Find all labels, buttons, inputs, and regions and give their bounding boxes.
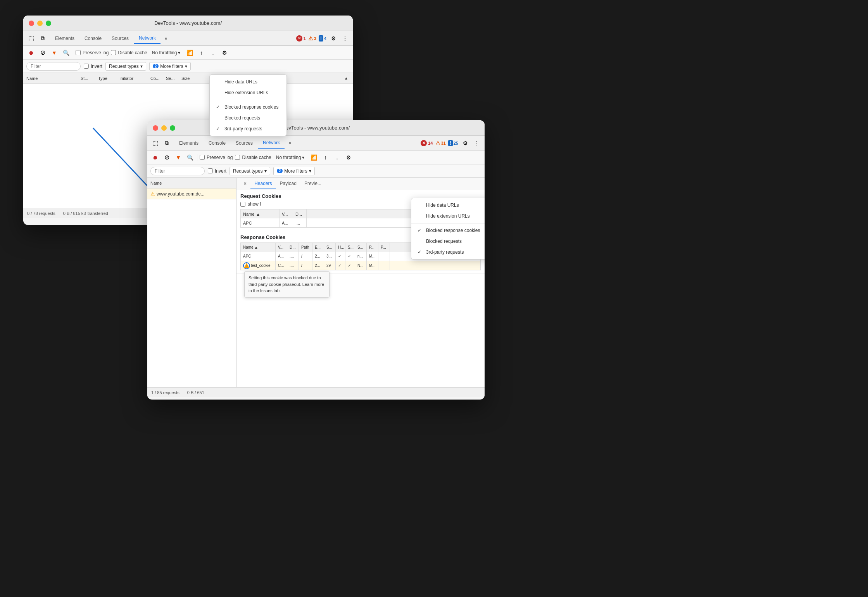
maximize-button-1[interactable] xyxy=(46,21,51,26)
dropdown-item-blocked-resp-1[interactable]: ✓ Blocked response cookies xyxy=(210,102,286,112)
name-list-panel: Name ⚠ www.youtube.com;dc... xyxy=(147,178,236,387)
settings-icon-1[interactable]: ⚙ xyxy=(329,34,338,43)
sort-arrow-icon: ▲ xyxy=(256,212,260,216)
dropdown-item-3rd-party-2[interactable]: ✓ 3rd-party requests xyxy=(411,247,485,258)
dropdown-item-blocked-resp-2[interactable]: ✓ Blocked response cookies xyxy=(411,225,485,236)
search-icon-2[interactable]: 🔍 xyxy=(185,153,195,162)
close-button-2[interactable] xyxy=(153,125,158,131)
invert-input-2[interactable] xyxy=(208,168,213,173)
titlebar-2: DevTools - www.youtube.com/ xyxy=(147,120,485,136)
close-button-1[interactable] xyxy=(29,21,34,26)
inspect-icon-2[interactable]: ⬚ xyxy=(150,138,160,148)
invert-checkbox-2[interactable]: Invert xyxy=(208,168,226,174)
table-row-1[interactable]: ⚠ www.youtube.com;dc... xyxy=(147,189,236,199)
dropdown-item-3rd-party-1[interactable]: ✓ 3rd-party requests xyxy=(210,123,286,134)
table-header-1: Name St... Type Initiator Co... Se... Si… xyxy=(23,73,353,84)
preserve-log-input-2[interactable] xyxy=(200,155,205,160)
record-btn-2[interactable]: ⏺ xyxy=(150,153,160,162)
disable-cache-input-1[interactable] xyxy=(111,50,116,55)
filter-icon-2[interactable]: ▼ xyxy=(174,153,183,162)
dropdown-item-hide-data-urls-2[interactable]: Hide data URLs xyxy=(411,200,485,211)
device-icon[interactable]: ⧉ xyxy=(38,34,47,43)
filter-input-1[interactable] xyxy=(26,62,81,71)
preserve-log-checkbox-2[interactable]: Preserve log xyxy=(200,155,233,160)
resp-col-path: Path xyxy=(299,243,312,252)
invert-input-1[interactable] xyxy=(84,64,89,69)
resp-cell-v-apc: A... xyxy=(276,252,287,261)
dropdown-item-blocked-req-1[interactable]: Blocked requests xyxy=(210,112,286,123)
more-options-icon-1[interactable]: ⋮ xyxy=(340,34,350,43)
settings-icon-2[interactable]: ⚙ xyxy=(220,48,229,57)
upload-icon-2[interactable]: ↑ xyxy=(321,153,330,162)
badges-2: ✕ 14 ⚠ 31 ! 25 ⚙ ⋮ xyxy=(421,138,481,148)
dropdown-item-hide-data-urls-1[interactable]: Hide data URLs xyxy=(210,76,286,87)
tab-network-2[interactable]: Network xyxy=(258,138,285,149)
clear-btn-2[interactable]: ⊘ xyxy=(162,153,171,162)
col-header-type-1: Type xyxy=(98,76,119,81)
request-types-btn-1[interactable]: Request types ▾ xyxy=(105,62,146,71)
tab-elements-2[interactable]: Elements xyxy=(174,138,203,148)
tab-payload[interactable]: Payload xyxy=(276,178,300,189)
tab-headers[interactable]: Headers xyxy=(250,178,276,189)
search-icon-1[interactable]: 🔍 xyxy=(61,48,71,57)
wifi-icon-1[interactable]: 📶 xyxy=(185,48,194,57)
resp-cookie-row-test[interactable]: test_cookie C... .... / 2... 29 ✓ ✓ N...… xyxy=(240,261,481,270)
close-detail-tab[interactable]: × xyxy=(240,178,250,190)
clear-btn-1[interactable]: ⊘ xyxy=(38,48,47,57)
resp-col-s2: S... xyxy=(345,243,355,252)
invert-checkbox-1[interactable]: Invert xyxy=(84,64,102,69)
throttle-select-1[interactable]: No throttling ▾ xyxy=(150,49,183,56)
wifi-icon-2[interactable]: 📶 xyxy=(309,153,318,162)
record-btn-1[interactable]: ⏺ xyxy=(26,48,36,57)
info-badge-2: ! 25 xyxy=(448,140,458,146)
preserve-log-checkbox-1[interactable]: Preserve log xyxy=(76,50,109,55)
minimize-button-2[interactable] xyxy=(161,125,167,131)
dropdown-item-hide-extension-urls-2[interactable]: Hide extension URLs xyxy=(411,211,485,221)
maximize-button-2[interactable] xyxy=(170,125,175,131)
tab-sources-1[interactable]: Sources xyxy=(107,33,133,43)
tab-console-2[interactable]: Console xyxy=(204,138,230,148)
more-tabs-icon-1[interactable]: » xyxy=(161,34,171,43)
settings-icon-4[interactable]: ⚙ xyxy=(344,153,353,162)
tab-preview[interactable]: Previe... xyxy=(300,178,325,189)
resp-col-e: E... xyxy=(312,243,324,252)
more-filters-badge-1: 2 xyxy=(153,64,159,68)
tab-console-1[interactable]: Console xyxy=(80,33,106,43)
more-options-icon-2[interactable]: ⋮ xyxy=(472,138,481,148)
minimize-button-1[interactable] xyxy=(37,21,43,26)
chevron-down-icon-2: ▾ xyxy=(140,64,143,69)
tab-sources-2[interactable]: Sources xyxy=(231,138,257,148)
tab-network-1[interactable]: Network xyxy=(134,33,160,44)
disable-cache-input-2[interactable] xyxy=(235,155,240,160)
inspect-icon[interactable]: ⬚ xyxy=(26,34,36,43)
resp-col-h: H... xyxy=(336,243,345,252)
chevron-down-icon-3: ▾ xyxy=(185,64,187,69)
filter-icon-1[interactable]: ▼ xyxy=(50,48,59,57)
settings-icon-3[interactable]: ⚙ xyxy=(461,138,470,148)
download-icon-2[interactable]: ↓ xyxy=(332,153,342,162)
disable-cache-checkbox-1[interactable]: Disable cache xyxy=(111,50,147,55)
dropdown-separator-1 xyxy=(210,100,286,100)
info-icon-1: ! xyxy=(319,35,323,42)
disable-cache-checkbox-2[interactable]: Disable cache xyxy=(235,155,271,160)
request-types-btn-2[interactable]: Request types ▾ xyxy=(230,167,270,175)
dropdown-item-blocked-req-2[interactable]: Blocked requests xyxy=(411,236,485,247)
more-tabs-icon-2[interactable]: » xyxy=(285,138,295,148)
filter-input-2[interactable] xyxy=(150,167,205,175)
tab-elements-1[interactable]: Elements xyxy=(50,33,79,43)
download-icon-1[interactable]: ↓ xyxy=(208,48,217,57)
check-mark-3: ✓ xyxy=(418,228,423,233)
show-filter-checkbox[interactable] xyxy=(240,202,245,207)
more-filters-btn-1[interactable]: 2 More filters ▾ xyxy=(149,62,191,71)
network-toolbar-2: ⏺ ⊘ ▼ 🔍 Preserve log Disable cache No th… xyxy=(147,151,485,164)
divider-2a xyxy=(197,154,197,161)
throttle-select-2[interactable]: No throttling ▾ xyxy=(274,154,307,161)
dropdown-item-hide-extension-urls-1[interactable]: Hide extension URLs xyxy=(210,87,286,98)
device-icon-2[interactable]: ⧉ xyxy=(162,138,171,148)
col-header-name-1: Name xyxy=(26,76,81,81)
upload-icon-1[interactable]: ↑ xyxy=(197,48,206,57)
status-bar-2: 1 / 85 requests 0 B / 651 xyxy=(147,387,485,397)
resp-col-p: P... xyxy=(367,243,378,252)
preserve-log-input-1[interactable] xyxy=(76,50,81,55)
more-filters-btn-2[interactable]: 2 More filters ▾ xyxy=(273,167,315,175)
